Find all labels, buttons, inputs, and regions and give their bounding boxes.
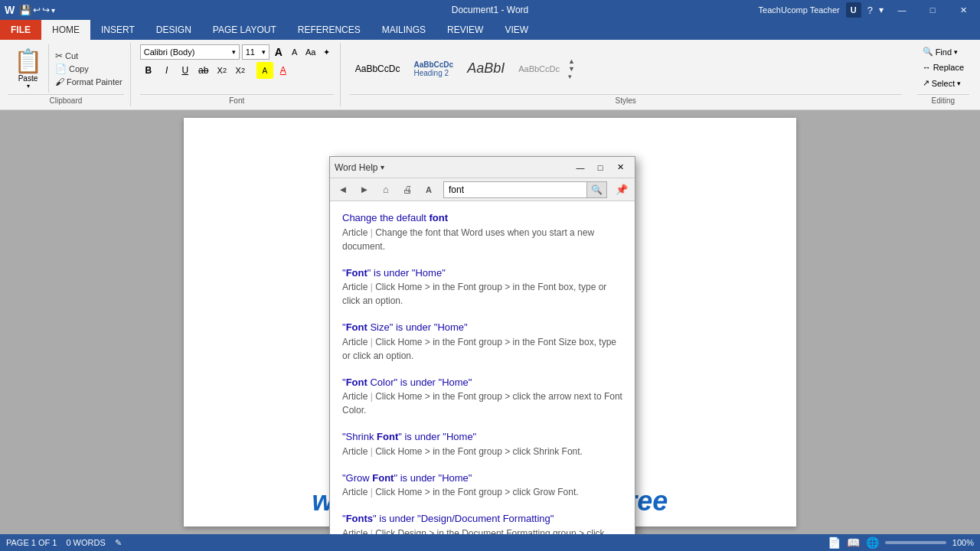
clipboard-group: 📋 Paste ▾ ✂ Cut 📄 Copy <box>5 43 131 106</box>
help-entry-6-title[interactable]: "Fonts" is under "Design/Document Format… <box>342 511 622 527</box>
clear-formatting-button[interactable]: ✦ <box>320 45 334 59</box>
help-print-btn[interactable]: 🖨 <box>397 181 417 199</box>
help-title-label: Word Help <box>335 162 377 173</box>
help-entry-1-title[interactable]: "Font" is under "Home" <box>342 266 622 281</box>
help-entry-1: "Font" is under "Home" Article | Click H… <box>342 266 622 308</box>
document-area: Word Help ▾ — □ ✕ ◄ ► ⌂ 🖨 A 🔍 <box>0 110 980 534</box>
help-window-buttons: — □ ✕ <box>570 159 630 176</box>
help-search-box: 🔍 <box>443 181 607 198</box>
find-button[interactable]: 🔍 Find ▾ <box>917 44 963 59</box>
user-avatar: U <box>846 2 861 18</box>
help-entry-0: Change the default font Article | Change… <box>342 210 622 253</box>
help-entry-3-title[interactable]: "Font Color" is under "Home" <box>342 375 622 390</box>
tab-design[interactable]: DESIGN <box>145 20 202 40</box>
app-wrapper: W 💾 ↩ ↪ ▾ Document1 - Word TeachUcomp Te… <box>0 0 980 551</box>
minimize-btn[interactable]: — <box>890 0 914 21</box>
font-name-dropdown-icon: ▾ <box>232 48 236 56</box>
styles-more-icon[interactable]: ▾ <box>568 73 575 80</box>
replace-icon: ↔ <box>923 63 931 72</box>
help-search-input[interactable] <box>443 181 587 198</box>
help-maximize-btn[interactable]: □ <box>590 159 610 176</box>
view-read-icon[interactable]: 📖 <box>847 536 860 549</box>
italic-button[interactable]: I <box>158 62 175 79</box>
help-icon[interactable]: ? <box>867 5 873 16</box>
qat-redo-icon[interactable]: ↪ <box>42 5 50 15</box>
select-button[interactable]: ↗ Select ▾ <box>917 76 967 90</box>
tab-insert[interactable]: INSERT <box>90 20 145 40</box>
bold-button[interactable]: B <box>140 62 157 79</box>
styles-scroll-down-icon[interactable]: ▼ <box>568 65 575 73</box>
strikethrough-button[interactable]: ab <box>195 62 212 79</box>
help-text-size-btn[interactable]: A <box>419 181 439 199</box>
replace-button[interactable]: ↔ Replace <box>917 60 969 74</box>
paste-button[interactable]: 📋 Paste ▾ <box>8 44 49 93</box>
ribbon-toggle-icon[interactable]: ▾ <box>879 5 884 15</box>
help-entry-6-sub: Article | Click Design > in the Document… <box>342 527 622 535</box>
font-color-button[interactable]: A <box>275 62 292 79</box>
help-forward-btn[interactable]: ► <box>354 181 374 199</box>
tab-review[interactable]: REVIEW <box>436 20 494 40</box>
title-bar-title: Document1 - Word <box>452 5 528 15</box>
change-case-button[interactable]: Aa <box>304 45 318 59</box>
help-home-btn[interactable]: ⌂ <box>376 181 396 199</box>
help-minimize-btn[interactable]: — <box>570 159 590 176</box>
help-toolbar: ◄ ► ⌂ 🖨 A 🔍 📌 <box>330 178 635 201</box>
superscript-button[interactable]: X2 <box>232 62 249 79</box>
tab-file[interactable]: FILE <box>0 20 41 40</box>
font-size-selector[interactable]: 11 ▾ <box>242 44 270 60</box>
help-entry-5-sub: Article | Click Home > in the Font group… <box>342 485 622 499</box>
style-normal[interactable]: AaBbCcDc <box>350 60 406 78</box>
style-title[interactable]: AaBbI <box>462 57 510 80</box>
subscript-button[interactable]: X2 <box>214 62 230 79</box>
help-search-button[interactable]: 🔍 <box>587 181 607 198</box>
help-dialog: Word Help ▾ — □ ✕ ◄ ► ⌂ 🖨 A 🔍 <box>329 156 635 534</box>
help-close-btn[interactable]: ✕ <box>610 159 630 176</box>
clipboard-group-label: Clipboard <box>8 94 124 106</box>
styles-scroll-up-icon[interactable]: ▲ <box>568 57 575 65</box>
font-group: Calibri (Body) ▾ 11 ▾ A A Aa ✦ B <box>137 43 341 106</box>
help-entry-2-title[interactable]: "Font Size" is under "Home" <box>342 320 622 335</box>
word-count: 0 WORDS <box>66 538 105 548</box>
tab-home[interactable]: HOME <box>41 20 90 40</box>
tab-references[interactable]: REFERENCES <box>287 20 371 40</box>
close-btn[interactable]: ✕ <box>951 0 975 21</box>
help-back-btn[interactable]: ◄ <box>333 181 353 199</box>
format-painter-icon: 🖌 <box>55 77 64 87</box>
style-heading2[interactable]: AaBbCcDc Heading 2 <box>408 57 459 81</box>
help-entry-5: "Grow Font" is under "Home" Article | Cl… <box>342 471 622 500</box>
tab-view[interactable]: VIEW <box>494 20 539 40</box>
grow-font-button[interactable]: A <box>272 45 286 59</box>
format-painter-button[interactable]: 🖌 Format Painter <box>54 76 124 88</box>
maximize-btn[interactable]: □ <box>920 0 945 21</box>
paste-dropdown-icon[interactable]: ▾ <box>27 83 30 90</box>
editing-group-label: Editing <box>917 94 969 106</box>
tab-page-layout[interactable]: PAGE LAYOUT <box>202 20 287 40</box>
qat-save-icon[interactable]: 💾 <box>19 5 31 16</box>
view-web-icon[interactable]: 🌐 <box>866 536 879 549</box>
qat-more-icon[interactable]: ▾ <box>51 6 55 15</box>
zoom-slider[interactable] <box>885 541 946 544</box>
help-title-dropdown-icon[interactable]: ▾ <box>381 163 384 171</box>
help-entry-3-sub: Article | Click Home > in the Font group… <box>342 390 622 417</box>
cut-button[interactable]: ✂ Cut <box>54 50 124 62</box>
paste-icon: 📋 <box>14 47 42 74</box>
shrink-font-button[interactable]: A <box>288 45 302 59</box>
style-subtitle[interactable]: AaBbCcDc <box>513 60 565 77</box>
help-entry-5-title[interactable]: "Grow Font" is under "Home" <box>342 471 622 486</box>
copy-button[interactable]: 📄 Copy <box>54 63 124 75</box>
help-pin-btn[interactable]: 📌 <box>612 181 632 199</box>
view-print-icon[interactable]: 📄 <box>828 536 841 549</box>
help-entry-0-title[interactable]: Change the default font <box>342 210 622 226</box>
copy-icon: 📄 <box>55 64 67 74</box>
edit-mode-icon[interactable]: ✎ <box>115 538 122 548</box>
find-dropdown-icon: ▾ <box>954 48 958 56</box>
text-highlight-button[interactable]: A <box>256 62 273 79</box>
underline-button[interactable]: U <box>177 62 194 79</box>
help-entry-4-title[interactable]: "Shrink Font" is under "Home" <box>342 429 622 445</box>
styles-group: AaBbCcDc AaBbCcDc Heading 2 AaBbI AaBbCc… <box>347 43 908 106</box>
find-icon: 🔍 <box>923 47 933 57</box>
font-name-selector[interactable]: Calibri (Body) ▾ <box>140 44 240 60</box>
qat-undo-icon[interactable]: ↩ <box>33 5 41 15</box>
help-entry-4-sub: Article | Click Home > in the Font group… <box>342 445 622 458</box>
tab-mailings[interactable]: MAILINGS <box>371 20 436 40</box>
